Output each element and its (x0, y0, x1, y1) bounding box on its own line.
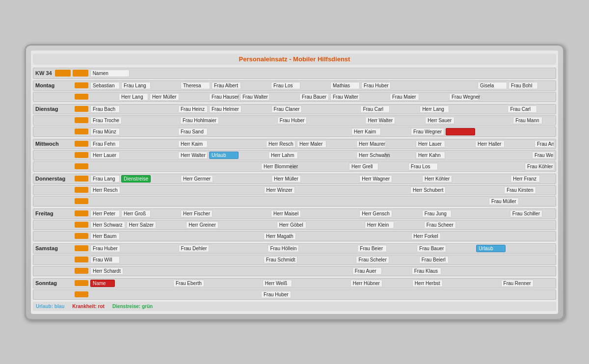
orange-indicator-3-2 (75, 198, 88, 204)
name-slot-2-1-15: Frau Weber (532, 152, 554, 159)
empty-slot-3-0-10 (394, 175, 421, 182)
empty-slot-1-1-7 (308, 117, 335, 124)
name-slot-2-0-6: Herr Resch (266, 140, 295, 148)
day-label-dienstag: Dienstag (35, 106, 75, 112)
empty-slot-6-0-7 (294, 280, 321, 287)
row-cells-4-2: Herr Baum Herr Magath Herr Forkel (90, 233, 554, 240)
row-cells-6-0: Name Frau Eberth Herr Weiß Herr Hübner H… (90, 280, 554, 287)
empty-slot-1-0-10 (391, 105, 418, 113)
empty-slot-0-1-0 (90, 93, 117, 101)
empty-slot-4-2-14 (499, 233, 526, 240)
name-slot-5-2-0: Herr Schardt (90, 267, 123, 275)
empty-slot-3-1-1 (122, 186, 149, 194)
empty-slot-6-0-12 (444, 280, 471, 287)
name-slot-4-0-14: Frau Schiller (510, 210, 542, 217)
empty-slot-3-2-7 (290, 198, 317, 205)
name-slot-6-0-14: Frau Renner (501, 280, 534, 287)
empty-slot-6-1-13 (463, 291, 490, 298)
empty-slot-2-2-8 (321, 163, 348, 170)
empty-slot-4-0-12 (453, 210, 480, 217)
empty-slot-5-1-14 (507, 256, 534, 263)
empty-slot-5-2-8 (324, 267, 351, 275)
empty-slot-1-1-10 (397, 117, 424, 124)
empty-slot-3-0-8 (331, 175, 358, 182)
empty-slot-1-1-8 (337, 117, 364, 124)
empty-slot-4-0-8 (331, 210, 358, 217)
name-slot-1-2-11: Frau Wegner (411, 128, 444, 135)
day-row-freitag-1: Herr SchwarzHerr Salzer Herr Greiner Her… (33, 220, 556, 230)
empty-slot-5-0-14 (507, 245, 534, 252)
name-slot-3-0-0: Frau Lang (90, 175, 120, 182)
legend-urlaub: Urlaub: blau (36, 304, 64, 309)
name-slot-3-1-6: Herr Winzer (264, 186, 295, 194)
empty-slot-4-2-2 (150, 233, 177, 240)
empty-slot-0-1-13 (480, 93, 507, 101)
row-cells-2-0: Frau Fehn Herr Kaim Herr ReschHerr Maler… (90, 140, 554, 148)
orange-indicator-3-0 (75, 176, 88, 182)
empty-slot-1-2-7 (294, 128, 321, 135)
empty-slot-2-0-8 (328, 140, 355, 148)
empty-slot-0-0-10 (392, 82, 419, 89)
empty-slot-3-1-4 (207, 186, 234, 194)
row-cells-5-2: Herr Schardt Frau Auer Frau Klaus (90, 267, 554, 275)
empty-slot-1-1-1 (123, 117, 150, 124)
empty-slot-4-2-10 (383, 233, 410, 240)
name-slot-4-1-6: Herr Göbel (277, 221, 306, 229)
empty-slot-6-1-0 (90, 291, 117, 298)
row-cells-4-0: Herr PeterHerr Groß Herr Fischer Herr Ma… (90, 210, 554, 217)
orange-indicator-2-2 (75, 163, 88, 169)
empty-slot-1-0-13 (479, 105, 506, 113)
empty-slot-5-2-6 (267, 267, 294, 275)
empty-slot-0-0-11 (421, 82, 448, 89)
empty-slot-4-2-1 (121, 233, 148, 240)
day-row-mittwoch-2: Herr Blommeier Herr Grell Frau Los Frau … (33, 161, 556, 172)
empty-slot-4-2-4 (207, 233, 234, 240)
empty-slot-6-1-7 (293, 291, 320, 298)
empty-slot-0-0-12 (449, 82, 476, 89)
day-row-freitag-0: FreitagHerr PeterHerr Groß Herr Fischer … (33, 208, 556, 219)
name-slot-5-2-11: Frau Klaus (412, 267, 441, 275)
empty-slot-2-2-14 (496, 163, 523, 170)
empty-slot-1-2-8 (323, 128, 350, 135)
row-cells-3-1: Herr Resch Herr Winzer Herr Schubert Fra… (90, 186, 554, 194)
empty-slot-0-1-11 (421, 93, 448, 101)
day-section-donnerstag: DonnerstagFrau LangDienstreise Herr Germ… (33, 174, 556, 207)
empty-slot-1-2-14 (505, 128, 532, 135)
row-cells-1-2: Frau Münz Frau Sand Herr Kaim Frau Wegne… (90, 128, 554, 135)
dienstreise-slot-3-0-1: Dienstreise (121, 175, 151, 182)
name-slot-0-0-13: Gisela (478, 82, 507, 89)
empty-slot-2-0-4 (209, 140, 236, 148)
empty-slot-1-2-10 (382, 128, 409, 135)
empty-slot-1-2-1 (121, 128, 148, 135)
name-slot-6-0-3: Frau Eberth (173, 280, 204, 287)
empty-slot-5-0-4 (211, 245, 238, 252)
empty-slot-3-1-10 (382, 186, 409, 194)
orange-indicator-6-0 (75, 280, 88, 286)
day-label-samstag: Samstag (35, 245, 75, 251)
days-container: MontagSebastianFrau Lang TheresaFrau Alb… (33, 80, 556, 300)
empty-slot-3-1-13 (476, 186, 503, 194)
day-section-mittwoch: MittwochFrau Fehn Herr Kaim Herr ReschHe… (33, 139, 556, 172)
empty-slot-1-0-2 (150, 105, 177, 113)
name-slot-1-0-11: Herr Lang (420, 105, 449, 113)
empty-slot-2-1-12 (447, 152, 474, 159)
name-slot-2-2-11: Frau Los (408, 163, 438, 170)
empty-slot-4-0-10 (394, 210, 421, 217)
name-slot-1-0-14: Frau Carl (508, 105, 537, 113)
empty-slot-1-0-5 (243, 105, 270, 113)
name-slot-1-1-6: Frau Huber (277, 117, 307, 124)
urlaub-slot-2-1-4: Urlaub (209, 152, 239, 159)
name-slot-0-0-0: Sebastian (90, 82, 120, 89)
empty-slot-5-1-13 (479, 256, 506, 263)
name-slot-1-1-11: Herr Sauer (425, 117, 455, 124)
empty-slot-2-0-14 (506, 140, 533, 148)
orange-indicator-1-1 (75, 117, 88, 123)
empty-slot-5-1-1 (121, 256, 148, 263)
day-row-montag-1: Herr LangHerr Müller Frau HauserFrau Wal… (33, 92, 556, 102)
day-row-sonntag-1: Frau Huber (33, 289, 556, 300)
row-cells-2-2: Herr Blommeier Herr Grell Frau Los Frau … (90, 163, 554, 170)
name-slot-4-0-0: Herr Peter (90, 210, 120, 217)
empty-slot-5-1-4 (207, 256, 234, 263)
empty-slot-1-1-12 (456, 117, 483, 124)
day-section-dienstag: DienstagFrau Bach Frau HeinzFrau Helmer … (33, 104, 556, 137)
